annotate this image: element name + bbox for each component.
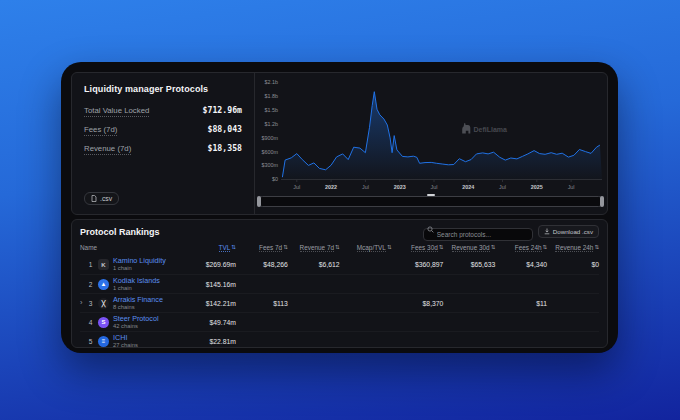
table-row[interactable]: 5 ≡ ICHI 27 chains $22.81m [80,331,599,348]
overview-section: Liquidity manager Protocols Total Value … [71,72,608,215]
protocol-chain-count: 27 chains [113,342,138,348]
cell-value: $48,266 [236,261,288,268]
svg-text:$600m: $600m [262,149,279,155]
sort-icon: ⇅ [594,245,599,251]
cell-value: $142.21m [184,300,236,307]
download-button-label: Download .csv [553,228,593,235]
cell-value: $269.69m [184,261,236,268]
column-header-revenue-24h[interactable]: Revenue 24h⇅ [547,244,599,253]
svg-text:$300m: $300m [262,162,279,168]
stat-row: Fees (7d)$88,043 [84,124,242,136]
protocol-icon: S [98,317,109,328]
table-row[interactable]: 1 K Kamino Liquidity 1 chain $269.69m$48… [80,255,599,274]
csv-download-button[interactable]: .csv [84,192,119,205]
stat-row: Total Value Locked$712.96m [84,105,242,117]
row-rank: 5 [86,338,95,345]
page-title: Liquidity manager Protocols [84,84,242,94]
stat-row: Revenue (7d)$18,358 [84,143,242,155]
cell-value: $8,370 [392,300,444,307]
table-row[interactable]: › 3 ╳ Arrakis Finance 8 chains $142.21m$… [80,293,599,312]
column-header-fees-7d[interactable]: Fees 7d⇅ [236,244,288,253]
protocol-name-cell: › 3 ╳ Arrakis Finance 8 chains [80,296,184,311]
cell-value: $0 [547,261,599,268]
row-rank: 2 [86,281,95,288]
svg-text:Jul: Jul [293,184,300,190]
svg-text:2023: 2023 [394,184,406,190]
defillama-llama-icon [462,123,470,134]
column-header-revenue-7d[interactable]: Revenue 7d⇅ [288,244,340,253]
svg-text:Jul: Jul [362,184,369,190]
cell-value: $360,897 [392,261,444,268]
protocol-chain-count: 1 chain [113,285,160,292]
download-csv-button[interactable]: Download .csv [538,225,599,238]
protocol-name[interactable]: Steer Protocol [113,315,159,323]
tvl-chart-panel: $0$300m$600m$900m$1.2b$1.5b$1.8b$2.1bJul… [255,73,607,214]
table-body: 1 K Kamino Liquidity 1 chain $269.69m$48… [80,255,599,348]
summary-stats: Total Value Locked$712.96mFees (7d)$88,0… [84,105,242,155]
csv-button-label: .csv [100,195,112,202]
svg-text:Jul: Jul [568,184,575,190]
protocol-name-cell: 4 S Steer Protocol 42 chains [80,315,184,330]
protocol-name[interactable]: Kamino Liquidity [113,257,166,265]
protocol-name-cell: 2 ▲ Kodiak Islands 1 chain [80,277,184,292]
search-box [423,223,533,241]
brush-handle-left[interactable] [257,196,261,207]
svg-text:Jul: Jul [431,184,438,190]
dashboard-card: Liquidity manager Protocols Total Value … [61,62,618,353]
download-icon [544,228,550,235]
stat-label: Fees (7d) [84,125,117,136]
protocol-icon: K [98,259,109,270]
tvl-chart-svg: $0$300m$600m$900m$1.2b$1.5b$1.8b$2.1bJul… [255,73,608,194]
protocol-name[interactable]: ICHI [113,334,138,342]
summary-panel: Liquidity manager Protocols Total Value … [72,73,255,214]
cell-value: $49.74m [184,319,236,326]
table-row[interactable]: 2 ▲ Kodiak Islands 1 chain $145.16m [80,274,599,293]
column-header-name: Name [80,244,184,252]
cell-value: $113 [236,300,288,307]
svg-text:$1.2b: $1.2b [265,121,279,127]
svg-text:$900m: $900m [262,135,279,141]
cell-value: $145.16m [184,281,236,288]
rankings-tools: Download .csv [423,223,599,241]
column-header-fees-24h[interactable]: Fees 24h⇅ [495,244,547,253]
search-input[interactable] [423,228,533,241]
file-icon [91,195,97,202]
column-header-mcap-tvl[interactable]: Mcap/TVL⇅ [340,244,392,253]
cell-value: $6,612 [288,261,340,268]
protocol-icon: ≡ [98,336,109,347]
protocol-chain-count: 8 chains [113,304,163,311]
cell-value: $11 [495,300,547,307]
protocol-rankings-panel: Protocol Rankings Download .csv NameT [71,219,608,348]
protocol-name[interactable]: Kodiak Islands [113,277,160,285]
protocol-name[interactable]: Arrakis Finance [113,296,163,304]
column-header-tvl[interactable]: TVL⇅ [184,244,236,253]
search-icon [427,226,434,233]
svg-text:$1.5b: $1.5b [265,107,279,113]
cell-value: $65,633 [443,261,495,268]
stat-value: $712.96m [203,105,242,115]
table-header: NameTVL⇅Fees 7d⇅Revenue 7d⇅Mcap/TVL⇅Fees… [80,241,599,255]
rankings-toolbar: Protocol Rankings Download .csv [80,220,599,241]
svg-text:$1.8b: $1.8b [265,93,279,99]
row-rank: 4 [86,319,95,326]
stat-label: Total Value Locked [84,106,149,117]
chart-zoom-brush[interactable] [257,196,604,207]
svg-text:$0: $0 [272,176,278,182]
svg-text:Jul: Jul [499,184,506,190]
column-header-fees-30d[interactable]: Fees 30d⇅ [392,244,444,253]
brush-handle-right[interactable] [600,196,604,207]
svg-text:2022: 2022 [325,184,337,190]
stat-value: $18,358 [207,143,242,153]
row-rank: 1 [86,261,95,268]
cell-value: $4,340 [495,261,547,268]
table-row[interactable]: 4 S Steer Protocol 42 chains $49.74m [80,312,599,331]
protocol-name-cell: 1 K Kamino Liquidity 1 chain [80,257,184,272]
svg-text:2025: 2025 [531,184,543,190]
column-header-revenue-30d[interactable]: Revenue 30d⇅ [443,244,495,253]
svg-text:$2.1b: $2.1b [265,79,279,85]
stat-value: $88,043 [207,124,242,134]
protocol-name-cell: 5 ≡ ICHI 27 chains [80,334,184,348]
rankings-title: Protocol Rankings [80,227,160,237]
protocol-icon: ╳ [98,298,109,309]
svg-text:2024: 2024 [462,184,474,190]
